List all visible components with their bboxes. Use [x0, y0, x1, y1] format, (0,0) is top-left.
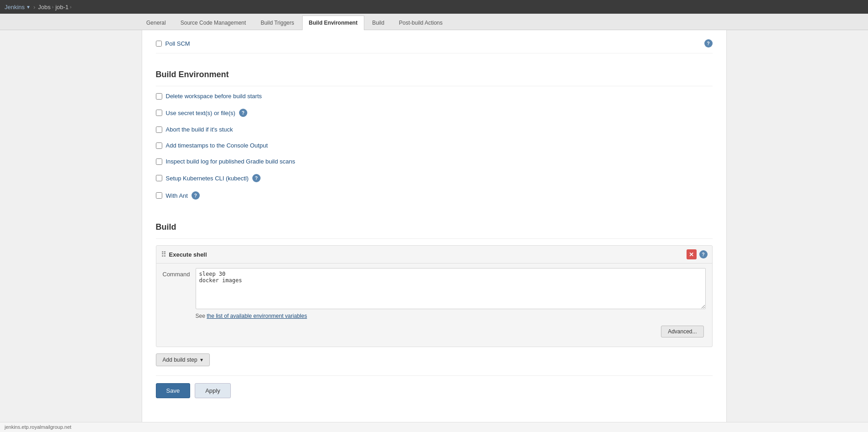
jobs-breadcrumb[interactable]: Jobs ›: [38, 4, 53, 11]
execute-shell-body: Command sleep 30 docker images See the l…: [156, 263, 712, 347]
inspect-build-log-checkbox[interactable]: [156, 158, 162, 165]
jenkins-dropdown-icon[interactable]: ▼: [26, 5, 31, 10]
job-breadcrumb[interactable]: job-1 ›: [55, 4, 71, 11]
tab-build[interactable]: Build: [365, 16, 391, 30]
use-secret-label: Use secret text(s) or file(s): [166, 110, 235, 116]
bottom-actions: Save Apply: [156, 375, 713, 403]
tab-bar: General Source Code Management Build Tri…: [0, 14, 868, 30]
tab-build-triggers[interactable]: Build Triggers: [254, 16, 301, 30]
jenkins-label: Jenkins: [5, 4, 25, 11]
execute-shell-header: ⠿ Execute shell ✕ ?: [156, 246, 712, 263]
poll-scm-label: Poll SCM: [165, 40, 190, 47]
delete-workspace-label: Delete workspace before build starts: [166, 93, 262, 100]
with-ant-checkbox[interactable]: [156, 192, 162, 199]
env-vars-text: See: [196, 313, 207, 319]
command-row: Command sleep 30 docker images: [163, 268, 706, 309]
abort-stuck-checkbox[interactable]: [156, 126, 162, 133]
execute-shell-help-icon[interactable]: ?: [699, 250, 708, 258]
add-build-step-button[interactable]: Add build step ▾: [156, 353, 210, 366]
setup-kubectl-help-icon[interactable]: ?: [252, 174, 261, 182]
abort-stuck-label: Abort the build if it's stuck: [166, 126, 233, 133]
save-button[interactable]: Save: [156, 383, 191, 398]
build-section: Build ⠿ Execute shell ✕ ? Command: [156, 215, 713, 366]
checkbox-row-use-secret: Use secret text(s) or file(s) ?: [156, 104, 713, 121]
jenkins-home-link[interactable]: Jenkins ▼: [5, 4, 31, 11]
status-bar: jenkins.etp.royalmailgroup.net: [0, 422, 868, 423]
add-build-step-label: Add build step: [163, 357, 197, 363]
with-ant-help-icon[interactable]: ?: [192, 191, 200, 200]
tab-general[interactable]: General: [139, 16, 173, 30]
add-timestamps-label: Add timestamps to the Console Output: [166, 142, 268, 149]
poll-scm-checkbox[interactable]: [156, 41, 162, 47]
setup-kubectl-checkbox[interactable]: [156, 175, 162, 181]
build-section-header: Build: [156, 215, 713, 239]
checkbox-row-inspect-build-log: Inspect build log for published Gradle b…: [156, 153, 713, 169]
build-environment-header: Build Environment: [156, 63, 713, 86]
apply-button[interactable]: Apply: [195, 383, 231, 398]
use-secret-checkbox[interactable]: [156, 110, 162, 116]
execute-shell-title: ⠿ Execute shell: [161, 250, 207, 259]
tab-build-environment[interactable]: Build Environment: [302, 16, 365, 30]
jobs-chevron-icon: ›: [52, 5, 53, 10]
checkbox-row-add-timestamps: Add timestamps to the Console Output: [156, 137, 713, 153]
command-textarea[interactable]: sleep 30 docker images: [196, 268, 706, 309]
breadcrumb-sep-1: ›: [33, 4, 35, 11]
use-secret-help-icon[interactable]: ?: [239, 109, 247, 117]
advanced-button[interactable]: Advanced...: [661, 326, 703, 337]
poll-scm-help-icon[interactable]: ?: [704, 39, 713, 47]
delete-execute-shell-button[interactable]: ✕: [687, 249, 697, 259]
inspect-build-log-label: Inspect build log for published Gradle b…: [166, 158, 295, 165]
checkbox-row-with-ant: With Ant ?: [156, 187, 713, 204]
poll-scm-row: Poll SCM ?: [156, 35, 713, 53]
advanced-btn-row: Advanced...: [163, 324, 706, 342]
add-timestamps-checkbox[interactable]: [156, 142, 162, 149]
tab-post-build[interactable]: Post-build Actions: [392, 16, 449, 30]
execute-shell-container: ⠿ Execute shell ✕ ? Command sleep 30 doc…: [156, 245, 713, 347]
setup-kubectl-label: Setup Kubernetes CLI (kubectl): [166, 175, 249, 182]
command-label: Command: [163, 268, 190, 278]
execute-shell-label: Execute shell: [169, 251, 207, 258]
delete-workspace-checkbox[interactable]: [156, 93, 162, 100]
add-build-step-row: Add build step ▾: [156, 353, 713, 366]
with-ant-label: With Ant: [166, 192, 188, 199]
env-vars-link[interactable]: the list of available environment variab…: [207, 313, 307, 319]
env-vars-link-row: See the list of available environment va…: [196, 313, 706, 319]
checkbox-row-setup-kubectl: Setup Kubernetes CLI (kubectl) ?: [156, 169, 713, 187]
add-build-step-chevron-icon: ▾: [200, 357, 203, 363]
main-content: Poll SCM ? Build Environment Delete work…: [142, 30, 727, 423]
top-bar: Jenkins ▼ › Jobs › job-1 ›: [0, 0, 868, 14]
drag-handle-icon[interactable]: ⠿: [161, 250, 166, 259]
tab-scm[interactable]: Source Code Management: [174, 16, 253, 30]
job-chevron-icon: ›: [70, 5, 71, 10]
checkbox-row-abort-stuck: Abort the build if it's stuck: [156, 121, 713, 137]
checkbox-row-delete-workspace: Delete workspace before build starts: [156, 88, 713, 104]
